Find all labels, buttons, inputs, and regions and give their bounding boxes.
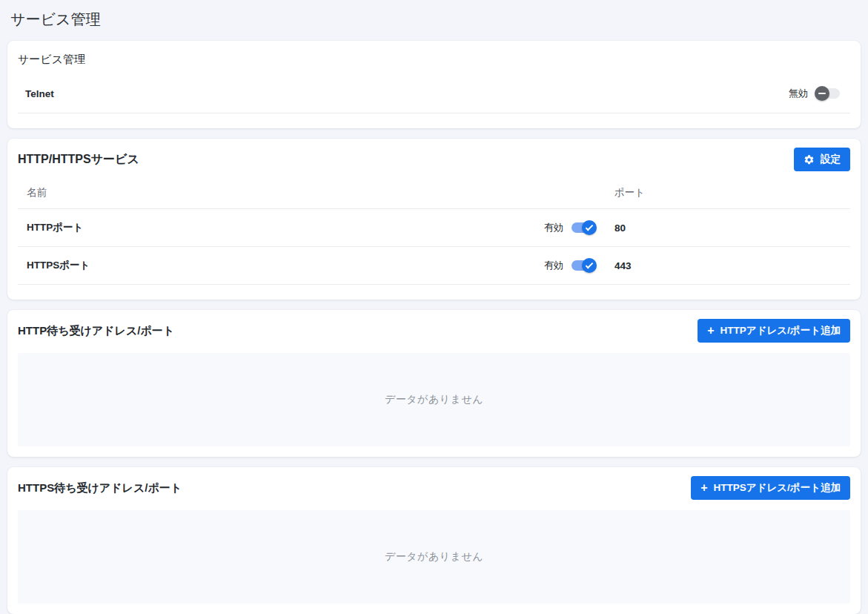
plus-icon: +	[700, 482, 707, 494]
http-listen-title: HTTP待ち受けアドレス/ポート	[18, 324, 174, 338]
row-toggle-cell-https: 有効	[502, 247, 606, 285]
table-row-http-port: HTTPポート 有効 80	[18, 209, 850, 247]
toggle-knob	[582, 220, 597, 235]
table-row-https-port: HTTPSポート 有効 443	[18, 247, 850, 285]
https-listen-header: HTTPS待ち受けアドレス/ポート + HTTPSアドレス/ポート追加	[18, 476, 850, 500]
telnet-state-label: 無効	[789, 87, 808, 100]
service-row-telnet: Telnet 無効	[18, 74, 850, 113]
row-port-https: 443	[606, 247, 850, 285]
https-listen-title: HTTPS待ち受けアドレス/ポート	[18, 481, 182, 495]
https-listen-empty-text: データがありません	[385, 550, 483, 564]
add-http-button-label: HTTPアドレス/ポート追加	[720, 324, 841, 337]
toggle-knob	[815, 86, 829, 101]
http-https-service-table: 名前 ポート HTTPポート 有効	[18, 179, 850, 285]
plus-icon: +	[707, 325, 714, 337]
add-https-button-label: HTTPSアドレス/ポート追加	[714, 481, 841, 495]
http-https-service-card: HTTP/HTTPSサービス 設定 名前 ポート	[7, 139, 861, 300]
row-name-http: HTTPポート	[18, 209, 502, 247]
service-management-page: サービス管理 サービス管理 Telnet 無効 HTTP/HTTPSサービス	[0, 0, 868, 614]
settings-button-label: 設定	[821, 153, 841, 166]
http-toggle-group: 有効	[511, 220, 597, 235]
http-listen-empty-text: データがありません	[385, 393, 483, 406]
page-title: サービス管理	[10, 9, 861, 30]
https-port-toggle[interactable]	[570, 258, 597, 273]
gear-icon	[804, 154, 815, 165]
http-listen-header: HTTP待ち受けアドレス/ポート + HTTPアドレス/ポート追加	[18, 319, 850, 343]
http-listen-empty-state: データがありません	[18, 353, 850, 446]
http-state-label: 有効	[544, 221, 563, 234]
service-name-telnet: Telnet	[25, 88, 54, 99]
https-listen-empty-state: データがありません	[18, 510, 850, 604]
row-toggle-cell-http: 有効	[502, 209, 606, 247]
http-port-toggle[interactable]	[570, 220, 597, 235]
column-header-name: 名前	[18, 179, 502, 209]
telnet-toggle[interactable]	[815, 86, 841, 101]
toggle-knob	[582, 258, 597, 273]
https-state-label: 有効	[544, 259, 563, 272]
http-https-service-title: HTTP/HTTPSサービス	[18, 152, 139, 168]
row-port-http: 80	[606, 209, 850, 247]
telnet-toggle-group: 無効	[789, 86, 841, 101]
column-header-port: ポート	[606, 179, 850, 209]
settings-button[interactable]: 設定	[794, 148, 850, 171]
https-listen-card: HTTPS待ち受けアドレス/ポート + HTTPSアドレス/ポート追加 データが…	[7, 467, 861, 614]
add-http-address-port-button[interactable]: + HTTPアドレス/ポート追加	[698, 319, 850, 343]
http-listen-card: HTTP待ち受けアドレス/ポート + HTTPアドレス/ポート追加 データがあり…	[7, 310, 861, 457]
check-icon	[586, 222, 594, 231]
http-https-service-header: HTTP/HTTPSサービス 設定	[7, 148, 861, 171]
minus-icon	[818, 93, 826, 94]
service-card: サービス管理 Telnet 無効	[7, 41, 861, 128]
add-https-address-port-button[interactable]: + HTTPSアドレス/ポート追加	[691, 476, 850, 500]
service-card-title: サービス管理	[18, 51, 850, 74]
https-toggle-group: 有効	[511, 258, 597, 273]
row-name-https: HTTPSポート	[18, 247, 502, 285]
check-icon	[586, 260, 594, 268]
table-header-row: 名前 ポート	[18, 179, 850, 209]
column-header-toggle	[502, 179, 606, 209]
